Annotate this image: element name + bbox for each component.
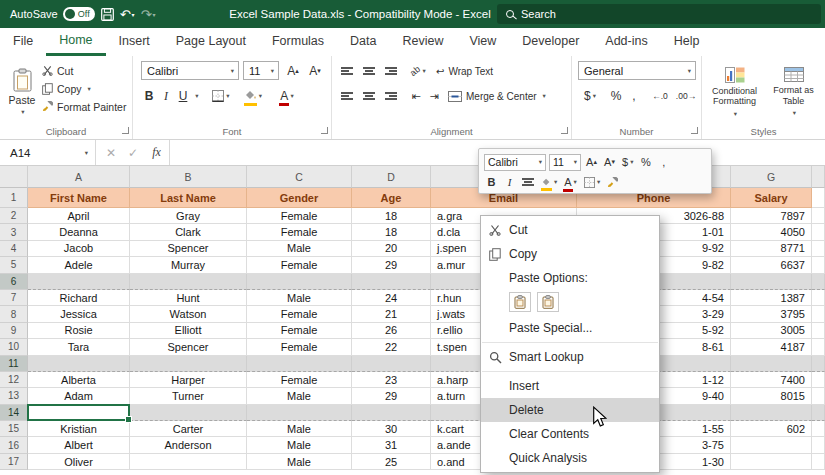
- cell-D7[interactable]: 24: [352, 290, 431, 306]
- cell-C13[interactable]: Male: [247, 388, 352, 404]
- cell-B1[interactable]: Last Name: [130, 188, 247, 208]
- mini-currency-button[interactable]: $▾: [620, 154, 635, 171]
- cell-B10[interactable]: Spencer: [130, 339, 247, 355]
- tab-page-layout[interactable]: Page Layout: [163, 28, 259, 56]
- font-dialog-launcher-icon[interactable]: [321, 127, 328, 134]
- decrease-font-icon[interactable]: A▾: [305, 61, 325, 81]
- menu-item-paste-special[interactable]: Paste Special...: [481, 316, 659, 340]
- tab-review[interactable]: Review: [389, 28, 456, 56]
- cell-G2[interactable]: 7897: [731, 208, 812, 224]
- align-right-icon[interactable]: [382, 86, 400, 106]
- cell-B3[interactable]: Clark: [130, 224, 247, 240]
- mini-decrease-font-icon[interactable]: A▾: [602, 154, 617, 171]
- cell-C10[interactable]: Female: [247, 339, 352, 355]
- column-header-B[interactable]: B: [130, 166, 247, 188]
- cell-B13[interactable]: Turner: [130, 388, 247, 404]
- row-header-5[interactable]: 5: [0, 257, 28, 273]
- cell-C9[interactable]: Female: [247, 323, 352, 339]
- cell-C4[interactable]: Male: [247, 241, 352, 257]
- cell-B6[interactable]: [130, 274, 247, 290]
- cell-A7[interactable]: Richard: [28, 290, 130, 306]
- orientation-icon[interactable]: ab▾: [408, 61, 428, 81]
- row-header-13[interactable]: 13: [0, 388, 28, 404]
- row-header-6[interactable]: 6: [0, 274, 28, 290]
- cell-A10[interactable]: Tara: [28, 339, 130, 355]
- row-header-10[interactable]: 10: [0, 339, 28, 355]
- align-left-icon[interactable]: [338, 86, 356, 106]
- mini-format-painter-icon[interactable]: [605, 174, 620, 191]
- tab-home[interactable]: Home: [46, 28, 105, 56]
- cell-D4[interactable]: 20: [352, 241, 431, 257]
- cell-G17[interactable]: [731, 454, 812, 470]
- cell-D9[interactable]: 26: [352, 323, 431, 339]
- number-format-select[interactable]: General▾: [578, 61, 696, 80]
- number-dialog-launcher-icon[interactable]: [691, 127, 698, 134]
- menu-item-cut[interactable]: Cut: [481, 218, 659, 242]
- column-header-C[interactable]: C: [247, 166, 352, 188]
- align-bottom-icon[interactable]: [382, 61, 400, 81]
- menu-item-smart-lookup[interactable]: Smart Lookup: [481, 345, 659, 369]
- tab-formulas[interactable]: Formulas: [259, 28, 337, 56]
- enter-icon[interactable]: ✓: [122, 140, 144, 165]
- cell-D3[interactable]: 18: [352, 224, 431, 240]
- cell-C14[interactable]: [247, 405, 352, 421]
- cell-G11[interactable]: [731, 356, 812, 372]
- column-header-D[interactable]: D: [352, 166, 431, 188]
- tab-view[interactable]: View: [456, 28, 509, 56]
- copy-button[interactable]: Copy▾: [42, 80, 91, 97]
- row-header-11[interactable]: 11: [0, 356, 28, 372]
- tab-insert[interactable]: Insert: [106, 28, 163, 56]
- row-header-15[interactable]: 15: [0, 421, 28, 437]
- cell-B5[interactable]: Murray: [130, 257, 247, 273]
- cell-A6[interactable]: [28, 274, 130, 290]
- cell-A16[interactable]: Albert: [28, 437, 130, 453]
- mini-percent-button[interactable]: %: [638, 154, 653, 171]
- menu-item-quick-analysis[interactable]: Quick Analysis: [481, 446, 659, 470]
- cell-A3[interactable]: Deanna: [28, 224, 130, 240]
- cancel-icon[interactable]: ✕: [100, 140, 122, 165]
- cell-A17[interactable]: Oliver: [28, 454, 130, 470]
- paste-keep-formatting-icon[interactable]: [509, 292, 531, 312]
- tab-file[interactable]: File: [0, 28, 46, 56]
- cell-A4[interactable]: Jacob: [28, 241, 130, 257]
- cell-D1[interactable]: Age: [352, 188, 431, 208]
- cell-A5[interactable]: Adele: [28, 257, 130, 273]
- row-header-17[interactable]: 17: [0, 454, 28, 470]
- column-header-G[interactable]: G: [731, 166, 812, 188]
- cell-B4[interactable]: Spencer: [130, 241, 247, 257]
- row-header-2[interactable]: 2: [0, 208, 28, 224]
- bold-button[interactable]: B: [141, 86, 157, 106]
- cell-C8[interactable]: Female: [247, 306, 352, 322]
- font-size-select[interactable]: 11▾: [243, 61, 279, 80]
- active-cell-A14[interactable]: [27, 404, 130, 422]
- percent-format-button[interactable]: %: [608, 86, 624, 106]
- conditional-formatting-button[interactable]: Conditional Formatting▾: [707, 60, 762, 124]
- cell-D6[interactable]: [352, 274, 431, 290]
- tab-developer[interactable]: Developer: [509, 28, 592, 56]
- cell-G8[interactable]: 3795: [731, 306, 812, 322]
- cell-D8[interactable]: 21: [352, 306, 431, 322]
- cell-D11[interactable]: [352, 356, 431, 372]
- increase-decimal-icon[interactable]: ←.0: [648, 86, 672, 106]
- mini-font-color-button[interactable]: A▾: [562, 174, 579, 191]
- name-box[interactable]: A14▾: [0, 140, 96, 165]
- currency-format-button[interactable]: $▾: [578, 86, 602, 106]
- cell-C2[interactable]: Female: [247, 208, 352, 224]
- menu-item-copy[interactable]: Copy: [481, 242, 659, 266]
- row-header-4[interactable]: 4: [0, 241, 28, 257]
- cell-C16[interactable]: Male: [247, 437, 352, 453]
- italic-button[interactable]: I: [159, 86, 173, 106]
- comma-format-button[interactable]: ,: [628, 86, 640, 106]
- cell-B12[interactable]: Harper: [130, 372, 247, 388]
- cell-G9[interactable]: 3005: [731, 323, 812, 339]
- cell-B14[interactable]: [130, 405, 247, 421]
- save-icon[interactable]: [101, 3, 114, 25]
- cell-C15[interactable]: Male: [247, 421, 352, 437]
- underline-button[interactable]: U: [175, 86, 191, 106]
- cell-D12[interactable]: 23: [352, 372, 431, 388]
- tab-help[interactable]: Help: [661, 28, 713, 56]
- decrease-indent-icon[interactable]: ⇤: [408, 86, 424, 106]
- increase-indent-icon[interactable]: ⇥: [426, 86, 442, 106]
- cell-A15[interactable]: Kristian: [28, 421, 130, 437]
- cell-G7[interactable]: 1387: [731, 290, 812, 306]
